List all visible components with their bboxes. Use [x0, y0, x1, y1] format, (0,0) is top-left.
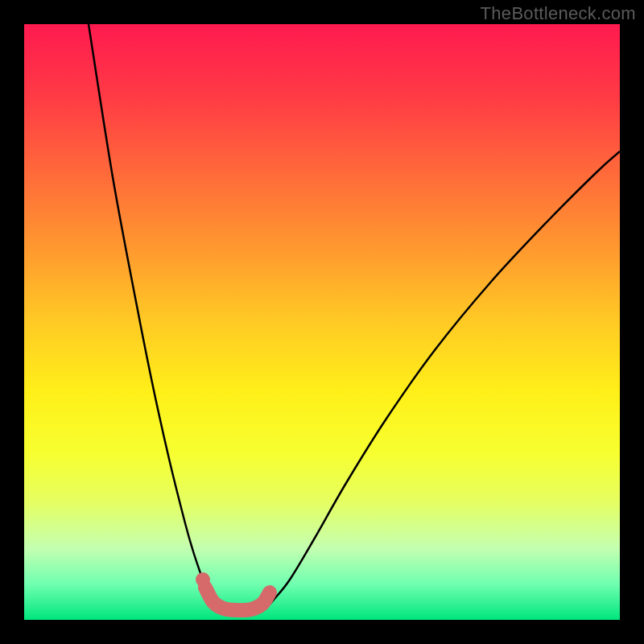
- chart-frame: TheBottleneck.com: [0, 0, 644, 644]
- curves-svg: [24, 24, 620, 620]
- watermark-text: TheBottleneck.com: [481, 3, 636, 24]
- plot-area: [24, 24, 620, 620]
- valley-highlight: [205, 588, 270, 610]
- curve-left: [89, 24, 266, 610]
- curve-right: [216, 151, 620, 610]
- curve-marker-dot: [196, 572, 210, 587]
